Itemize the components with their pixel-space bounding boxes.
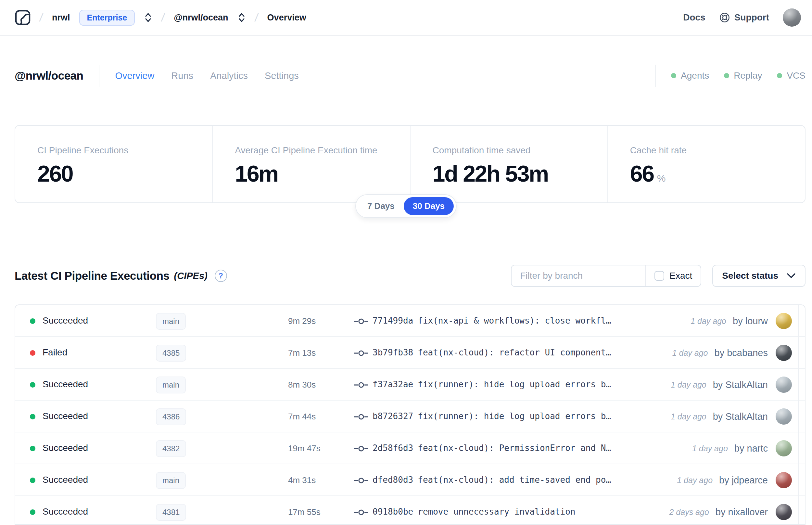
status-dot-icon bbox=[30, 446, 35, 451]
duration: 4m 31s bbox=[288, 475, 316, 485]
service-label: Replay bbox=[734, 71, 762, 81]
author-avatar[interactable] bbox=[776, 313, 792, 329]
branch-chip[interactable]: main bbox=[156, 376, 186, 393]
duration: 19m 47s bbox=[288, 444, 321, 453]
table-row[interactable]: Succeeded 4386 7m 44s b8726327fix(runner… bbox=[15, 401, 805, 432]
commit-hash: 3b79fb38 bbox=[372, 348, 413, 357]
branch-chip[interactable]: main bbox=[156, 472, 186, 489]
nx-cloud-logo-icon[interactable] bbox=[15, 10, 31, 25]
stat-card-ci-pipeline-executions: CI Pipeline Executions 260 bbox=[15, 126, 212, 202]
enterprise-badge: Enterprise bbox=[79, 10, 135, 26]
author-avatar[interactable] bbox=[776, 376, 792, 393]
duration: 8m 30s bbox=[288, 380, 316, 390]
chevron-down-icon bbox=[787, 273, 796, 279]
commit-hash: 771499da bbox=[372, 316, 413, 326]
row-meta: 2 days ago by nixallover bbox=[669, 496, 792, 525]
period-7-days-button[interactable]: 7 Days bbox=[358, 197, 404, 215]
commit-message[interactable]: dfed80d3feat(nx-cloud): add time-saved e… bbox=[372, 475, 611, 485]
author: by StalkAltan bbox=[713, 411, 768, 422]
commit-icon bbox=[354, 476, 369, 486]
service-label: VCS bbox=[787, 71, 806, 81]
stat-card-cache-hit-rate: Cache hit rate 66% bbox=[607, 126, 805, 202]
tab-settings[interactable]: Settings bbox=[265, 71, 299, 81]
table-row[interactable]: Succeeded 4381 17m 55s 0918b0beremove un… bbox=[15, 496, 805, 525]
duration: 9m 29s bbox=[288, 316, 316, 326]
exact-checkbox[interactable] bbox=[655, 271, 664, 281]
author-avatar[interactable] bbox=[776, 440, 792, 456]
stat-label: Computation time saved bbox=[433, 145, 594, 155]
help-icon[interactable]: ? bbox=[215, 270, 227, 282]
workspace-tabs: Overview Runs Analytics Settings bbox=[115, 71, 298, 81]
commit-message[interactable]: f37a32aefix(runner): hide log upload err… bbox=[372, 379, 611, 389]
select-status-label: Select status bbox=[722, 271, 778, 281]
author: by jdpearce bbox=[719, 475, 768, 486]
author-avatar[interactable] bbox=[776, 504, 792, 520]
table-row[interactable]: Succeeded 4382 19m 47s 2d58f6d3feat(nx-c… bbox=[15, 432, 805, 464]
row-meta: 1 day ago by StalkAltan bbox=[671, 369, 792, 401]
status-dot-icon bbox=[30, 350, 35, 356]
branch-chip[interactable]: main bbox=[156, 313, 186, 330]
exact-label: Exact bbox=[670, 271, 692, 281]
branch-chip[interactable]: 4382 bbox=[156, 440, 186, 457]
author-avatar[interactable] bbox=[776, 408, 792, 425]
author: by nixallover bbox=[716, 507, 768, 518]
service-vcs[interactable]: VCS bbox=[777, 71, 806, 81]
period-30-days-button[interactable]: 30 Days bbox=[404, 197, 454, 215]
exact-toggle[interactable]: Exact bbox=[645, 266, 701, 286]
divider bbox=[656, 65, 656, 87]
tab-overview[interactable]: Overview bbox=[115, 71, 154, 81]
status-dot-icon bbox=[30, 414, 35, 419]
table-row[interactable]: Succeeded main 8m 30s f37a32aefix(runner… bbox=[15, 369, 805, 401]
author-avatar[interactable] bbox=[776, 345, 792, 361]
time-ago: 1 day ago bbox=[692, 444, 728, 453]
docs-link[interactable]: Docs bbox=[683, 12, 705, 23]
stat-card-average-execution-time: Average CI Pipeline Execution time 16m bbox=[212, 126, 410, 202]
table-row[interactable]: Succeeded main 4m 31s dfed80d3feat(nx-cl… bbox=[15, 464, 805, 496]
breadcrumb: / nrwl Enterprise / @nrwl/ocean / Overvi… bbox=[15, 10, 306, 26]
workspace-switcher-icon[interactable] bbox=[238, 12, 246, 23]
select-status-dropdown[interactable]: Select status bbox=[712, 265, 806, 287]
cipes-section-header: Latest CI Pipeline Executions (CIPEs) ? … bbox=[15, 264, 806, 288]
current-page: Overview bbox=[267, 13, 306, 23]
service-agents[interactable]: Agents bbox=[671, 71, 709, 81]
author-avatar[interactable] bbox=[776, 472, 792, 488]
stat-value: 260 bbox=[37, 161, 199, 187]
commit-message[interactable]: 771499dafix(nx-api & workflows): close w… bbox=[372, 316, 611, 326]
org-switcher-icon[interactable] bbox=[144, 12, 152, 23]
branch-chip[interactable]: 4385 bbox=[156, 345, 186, 362]
status-label: Succeeded bbox=[43, 315, 88, 326]
workspace-header: @nrwl/ocean Overview Runs Analytics Sett… bbox=[15, 62, 806, 89]
status-dot-icon bbox=[671, 73, 676, 78]
commit-text: feat(nx-cloud): add time-saved end po… bbox=[418, 475, 611, 485]
workspace-title: @nrwl/ocean bbox=[15, 69, 83, 82]
service-replay[interactable]: Replay bbox=[724, 71, 762, 81]
row-meta: 1 day ago by StalkAltan bbox=[671, 401, 792, 432]
branch-chip[interactable]: 4386 bbox=[156, 408, 186, 425]
tab-runs[interactable]: Runs bbox=[171, 71, 193, 81]
service-label: Agents bbox=[681, 71, 709, 81]
org-name[interactable]: nrwl bbox=[52, 13, 70, 23]
commit-icon bbox=[354, 508, 369, 518]
time-ago: 1 day ago bbox=[677, 476, 713, 485]
row-meta: 1 day ago by jdpearce bbox=[677, 464, 792, 496]
table-row[interactable]: Failed 4385 7m 13s 3b79fb38feat(nx-cloud… bbox=[15, 337, 805, 369]
tab-analytics[interactable]: Analytics bbox=[210, 71, 248, 81]
commit-text: fix(runner): hide log upload errors b… bbox=[418, 411, 611, 421]
row-meta: 1 day ago by nartc bbox=[692, 432, 792, 464]
workspace-name[interactable]: @nrwl/ocean bbox=[174, 13, 228, 23]
user-avatar[interactable] bbox=[783, 9, 801, 27]
commit-message[interactable]: 3b79fb38feat(nx-cloud): refactor UI comp… bbox=[372, 348, 611, 357]
commit-message[interactable]: b8726327fix(runner): hide log upload err… bbox=[372, 411, 611, 421]
branch-filter-group: Exact bbox=[511, 265, 701, 287]
branch-chip[interactable]: 4381 bbox=[156, 504, 186, 521]
status-dot-icon bbox=[724, 73, 729, 78]
branch-filter-input[interactable] bbox=[511, 266, 645, 286]
commit-text: remove unnecessary invalidation bbox=[418, 507, 575, 516]
support-link[interactable]: Support bbox=[719, 12, 769, 23]
table-row[interactable]: Succeeded main 9m 29s 771499dafix(nx-api… bbox=[15, 305, 805, 337]
commit-message[interactable]: 2d58f6d3feat(nx-cloud): PermissionError … bbox=[372, 443, 611, 453]
commit-message[interactable]: 0918b0beremove unnecessary invalidation bbox=[372, 507, 576, 516]
status-label: Succeeded bbox=[43, 411, 88, 421]
commit-hash: b8726327 bbox=[372, 411, 413, 421]
cipe-table: Succeeded main 9m 29s 771499dafix(nx-api… bbox=[15, 304, 806, 525]
